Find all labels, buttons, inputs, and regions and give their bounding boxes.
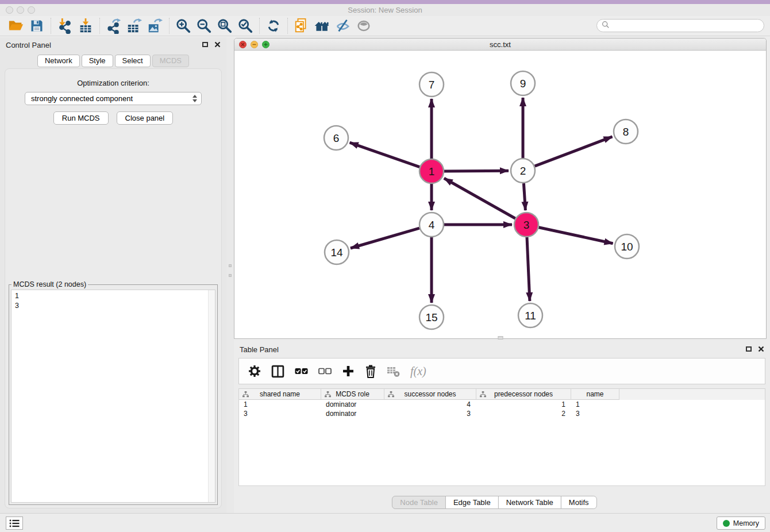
zoom-in-icon[interactable] bbox=[173, 17, 194, 34]
open-network-file-icon[interactable] bbox=[291, 17, 312, 34]
mcds-result-text[interactable]: 13 bbox=[11, 290, 215, 503]
network-window-titlebar[interactable]: scc.txt bbox=[234, 38, 766, 51]
graph-edge-3-10[interactable] bbox=[539, 228, 613, 244]
close-table-panel-icon[interactable] bbox=[758, 346, 764, 352]
table-cell[interactable]: 4 bbox=[384, 400, 476, 409]
graph-node-10[interactable]: 10 bbox=[615, 234, 639, 259]
select-all-icon[interactable] bbox=[295, 368, 308, 375]
save-session-icon[interactable] bbox=[26, 17, 47, 34]
table-cell[interactable]: 2 bbox=[476, 409, 571, 418]
network-resize-handle[interactable] bbox=[498, 336, 503, 340]
result-item: 1 bbox=[15, 291, 215, 301]
column-header-name[interactable]: name bbox=[571, 389, 619, 400]
table-cell[interactable]: 3 bbox=[571, 409, 619, 418]
control-panel: Control Panel NetworkStyleSelectMCDS Opt… bbox=[0, 37, 226, 513]
graph-edge-3-11[interactable] bbox=[527, 237, 530, 301]
graph-node-15[interactable]: 15 bbox=[419, 305, 444, 329]
svg-text:3: 3 bbox=[523, 219, 530, 231]
graph-edge-1-2[interactable] bbox=[444, 171, 509, 171]
hide-graphics-details-icon[interactable] bbox=[333, 17, 353, 34]
home-icon[interactable] bbox=[312, 17, 333, 34]
table-cell[interactable]: 3 bbox=[239, 409, 321, 418]
run-mcds-button[interactable]: Run MCDS bbox=[53, 111, 109, 125]
svg-text:4: 4 bbox=[429, 219, 435, 231]
column-header-predecessor-nodes[interactable]: predecessor nodes bbox=[476, 389, 571, 400]
settings-gear-icon[interactable] bbox=[248, 365, 261, 377]
export-network-icon[interactable] bbox=[103, 17, 124, 34]
result-item: 3 bbox=[15, 301, 215, 311]
toolbar-separator bbox=[259, 18, 260, 34]
graph-node-8[interactable]: 8 bbox=[614, 119, 638, 144]
svg-text:15: 15 bbox=[425, 311, 437, 323]
search-input[interactable] bbox=[613, 22, 764, 30]
task-history-button[interactable] bbox=[6, 516, 23, 530]
tab-motifs[interactable]: Motifs bbox=[561, 496, 597, 509]
main-toolbar bbox=[0, 16, 770, 36]
table-toolbar: f(x) bbox=[238, 358, 765, 384]
float-table-panel-icon[interactable] bbox=[746, 346, 752, 352]
graph-node-11[interactable]: 11 bbox=[518, 303, 542, 327]
table-cell[interactable]: 3 bbox=[384, 409, 476, 418]
tab-style[interactable]: Style bbox=[82, 55, 113, 67]
table-cell[interactable]: dominator bbox=[321, 409, 384, 418]
table-cell[interactable]: 1 bbox=[476, 400, 571, 409]
graph-edge-1-6[interactable] bbox=[350, 142, 420, 167]
graph-node-7[interactable]: 7 bbox=[419, 72, 444, 97]
column-header-successor-nodes[interactable]: successor nodes bbox=[384, 389, 476, 400]
table-cell[interactable]: 1 bbox=[239, 400, 321, 409]
delete-row-icon[interactable] bbox=[365, 365, 376, 378]
tab-node-table[interactable]: Node Table bbox=[392, 496, 446, 509]
show-graphics-details-icon[interactable] bbox=[353, 17, 374, 34]
table-cell[interactable]: dominator bbox=[321, 400, 384, 409]
tab-select[interactable]: Select bbox=[115, 55, 151, 67]
zoom-out-icon[interactable] bbox=[194, 17, 214, 34]
import-table-icon[interactable] bbox=[75, 17, 96, 34]
graph-node-9[interactable]: 9 bbox=[511, 71, 535, 95]
table-cell[interactable]: 1 bbox=[571, 400, 619, 409]
zoom-fit-icon[interactable] bbox=[214, 17, 235, 34]
node-table[interactable]: shared nameMCDS rolesuccessor nodesprede… bbox=[238, 388, 765, 486]
graph-edge-4-14[interactable] bbox=[351, 228, 419, 248]
table-tabs: Node TableEdge TableNetwork TableMotifs bbox=[392, 496, 596, 509]
delete-table-icon[interactable] bbox=[387, 365, 400, 377]
graph-edge-3-1[interactable] bbox=[444, 178, 515, 218]
close-panel-icon[interactable] bbox=[214, 41, 221, 48]
graph-node-6[interactable]: 6 bbox=[324, 126, 348, 150]
apply-function-icon[interactable]: f(x) bbox=[410, 365, 426, 378]
graph-node-3[interactable]: 3 bbox=[514, 213, 538, 237]
svg-text:7: 7 bbox=[429, 79, 435, 91]
tab-network-table[interactable]: Network Table bbox=[498, 496, 561, 509]
window-title: Session: New Session bbox=[0, 6, 770, 14]
open-session-icon[interactable] bbox=[6, 17, 26, 34]
add-row-icon[interactable] bbox=[342, 365, 355, 377]
tab-edge-table[interactable]: Edge Table bbox=[445, 496, 499, 509]
graph-node-14[interactable]: 14 bbox=[325, 240, 349, 264]
memory-button[interactable]: Memory bbox=[717, 516, 765, 530]
panel-splitter[interactable] bbox=[226, 37, 234, 513]
tab-network[interactable]: Network bbox=[37, 55, 80, 67]
result-scrollbar[interactable] bbox=[208, 290, 215, 502]
desktop-background-strip bbox=[0, 0, 770, 4]
graph-node-1[interactable]: 1 bbox=[419, 159, 444, 183]
graph-edge-2-3[interactable] bbox=[523, 183, 525, 210]
export-image-icon[interactable] bbox=[145, 17, 165, 34]
network-canvas[interactable]: 7968124314101511 bbox=[234, 51, 766, 338]
export-table-icon[interactable] bbox=[124, 17, 145, 34]
float-panel-icon[interactable] bbox=[202, 42, 208, 47]
column-header-shared-name[interactable]: shared name bbox=[239, 389, 321, 400]
close-panel-button[interactable]: Close panel bbox=[117, 111, 174, 125]
search-box[interactable] bbox=[596, 19, 764, 32]
table-row[interactable]: 3dominator323 bbox=[239, 409, 765, 418]
graph-node-2[interactable]: 2 bbox=[511, 159, 535, 183]
criterion-select[interactable]: strongly connected component bbox=[25, 92, 202, 105]
table-row[interactable]: 1dominator411 bbox=[239, 400, 765, 409]
deselect-all-icon[interactable] bbox=[318, 368, 332, 375]
graph-node-4[interactable]: 4 bbox=[419, 213, 444, 237]
column-layout-icon[interactable] bbox=[271, 365, 284, 378]
zoom-selected-icon[interactable] bbox=[235, 17, 256, 34]
column-header-mcds-role[interactable]: MCDS role bbox=[321, 389, 384, 400]
import-network-icon[interactable] bbox=[55, 17, 75, 34]
refresh-layout-icon[interactable] bbox=[263, 17, 284, 34]
graph-edge-2-8[interactable] bbox=[535, 137, 613, 166]
tab-mcds[interactable]: MCDS bbox=[152, 55, 189, 67]
